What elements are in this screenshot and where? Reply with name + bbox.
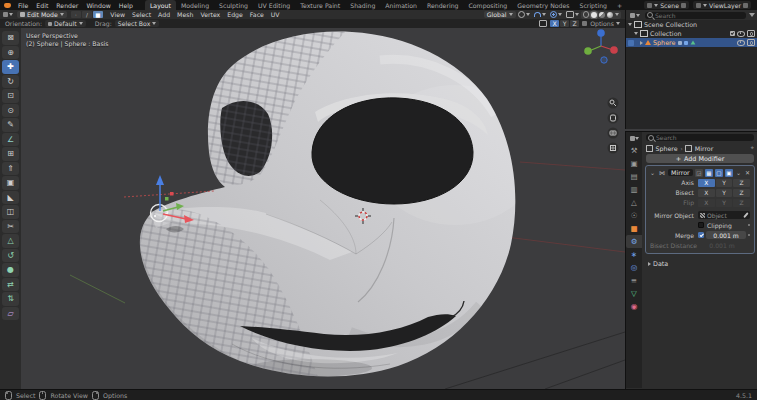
- snap-settings-icon[interactable]: [582, 21, 587, 26]
- gizmo-z-arrowhead[interactable]: [156, 175, 164, 185]
- bisect-x-button[interactable]: X: [698, 189, 715, 197]
- tool-inset-faces[interactable]: ▣: [2, 176, 19, 190]
- menu-uv[interactable]: UV: [267, 11, 283, 18]
- zoom-button[interactable]: [608, 98, 619, 109]
- menu-file[interactable]: File: [14, 2, 32, 9]
- material-preview-button[interactable]: [599, 12, 605, 18]
- flip-x-button[interactable]: X: [698, 199, 715, 207]
- tool-bevel[interactable]: ◣: [2, 191, 19, 205]
- animate-dot-icon[interactable]: [748, 234, 750, 236]
- breadcrumb-modifier[interactable]: Mirror: [695, 145, 714, 152]
- animate-dot-icon[interactable]: [748, 224, 750, 226]
- pin-icon[interactable]: ⌖: [750, 144, 754, 152]
- on-cage-toggle[interactable]: ◲: [695, 169, 703, 177]
- expand-icon[interactable]: [640, 41, 643, 45]
- wireframe-shading-button[interactable]: [583, 11, 590, 18]
- axis-y-button[interactable]: Y: [716, 179, 733, 187]
- outliner-row-collection[interactable]: Collection: [626, 29, 757, 38]
- tab-constraints[interactable]: ≡: [626, 274, 642, 287]
- menu-face[interactable]: Face: [246, 11, 267, 18]
- snap-button[interactable]: [534, 12, 546, 17]
- new-scene-icon[interactable]: [681, 3, 686, 8]
- tab-scene[interactable]: △: [626, 196, 642, 209]
- tab-shading[interactable]: Shading: [345, 0, 380, 10]
- axis-x-button[interactable]: X: [698, 179, 715, 187]
- scene-selector[interactable]: Scene: [644, 1, 689, 9]
- symmetry-x-button[interactable]: X: [550, 20, 559, 27]
- outliner-row-scene-collection[interactable]: Scene Collection: [626, 20, 757, 29]
- menu-vertex[interactable]: Vertex: [197, 11, 224, 18]
- axis-z-button[interactable]: Z: [733, 179, 750, 187]
- bisect-z-button[interactable]: Z: [733, 189, 750, 197]
- edge-select-button[interactable]: ∕: [82, 11, 92, 18]
- tool-spin[interactable]: ↺: [2, 249, 19, 263]
- outliner-search[interactable]: [645, 12, 746, 19]
- data-section-header[interactable]: Data: [642, 256, 757, 268]
- tab-rendering[interactable]: Rendering: [422, 0, 464, 10]
- expand-icon[interactable]: [628, 23, 632, 26]
- outliner-row-sphere[interactable]: Sphere: [626, 38, 757, 47]
- face-select-button[interactable]: ■: [93, 11, 103, 18]
- nav-axis-z[interactable]: [597, 29, 605, 37]
- disable-render-camera-icon[interactable]: [747, 30, 755, 37]
- menu-add[interactable]: Add: [155, 11, 174, 18]
- tool-transform[interactable]: ⊙: [2, 104, 19, 118]
- orientation-dropdown[interactable]: Default: [45, 20, 86, 27]
- tab-object[interactable]: ■: [626, 222, 642, 235]
- flip-y-button[interactable]: Y: [716, 199, 733, 207]
- tab-output[interactable]: ▤: [626, 170, 642, 183]
- add-workspace-button[interactable]: +: [612, 0, 627, 10]
- bisect-y-button[interactable]: Y: [716, 189, 733, 197]
- rendered-shading-button[interactable]: [607, 12, 613, 18]
- tool-shrink-fatten[interactable]: ⇅: [2, 292, 19, 306]
- expand-icon[interactable]: [634, 32, 638, 35]
- add-modifier-button[interactable]: + Add Modifier: [646, 154, 754, 163]
- disable-render-camera-icon[interactable]: [747, 39, 755, 46]
- pivot-point-button[interactable]: [518, 11, 530, 18]
- realtime-toggle[interactable]: ▢: [715, 169, 723, 177]
- editor-type-button[interactable]: [3, 12, 13, 17]
- tool-add-cube[interactable]: ⊞: [2, 147, 19, 161]
- tab-material[interactable]: ◉: [626, 300, 642, 313]
- clipping-checkbox[interactable]: [698, 222, 704, 228]
- tool-select-box[interactable]: ⊠: [2, 31, 19, 45]
- outliner-search-input[interactable]: [655, 12, 744, 19]
- tab-texture-paint[interactable]: Texture Paint: [295, 0, 345, 10]
- vertex-select-button[interactable]: ·: [71, 11, 81, 18]
- tool-poly-build[interactable]: △: [2, 234, 19, 248]
- menu-render[interactable]: Render: [52, 2, 82, 9]
- tab-view-layer[interactable]: ▥: [626, 183, 642, 196]
- nav-axis-y[interactable]: [584, 47, 592, 55]
- gizmo-plane-x[interactable]: [170, 192, 174, 196]
- bisect-distance-field[interactable]: 0.001 m: [698, 241, 746, 249]
- eyedropper-icon[interactable]: [743, 212, 748, 218]
- properties-editor-type-button[interactable]: [626, 132, 642, 144]
- solid-shading-button[interactable]: [591, 12, 597, 18]
- mirror-icon[interactable]: [539, 20, 547, 27]
- mirror-object-field[interactable]: Object: [698, 211, 750, 219]
- perspective-toggle-button[interactable]: [608, 143, 619, 154]
- tool-extrude-region[interactable]: ⇑: [2, 162, 19, 176]
- tab-scripting[interactable]: Scripting: [575, 0, 613, 10]
- merge-checkbox[interactable]: [698, 232, 704, 238]
- breadcrumb-object[interactable]: Sphere: [656, 145, 678, 152]
- tool-shear[interactable]: ▱: [2, 307, 19, 321]
- right-eye-socket[interactable]: [312, 98, 473, 204]
- tab-physics[interactable]: ◎: [626, 261, 642, 274]
- overlays-button[interactable]: [566, 11, 579, 18]
- merge-value-field[interactable]: 0.001 m: [706, 231, 746, 239]
- filter-funnel-icon[interactable]: [749, 13, 755, 17]
- nav-gizmo[interactable]: [584, 29, 618, 63]
- menu-view[interactable]: View: [107, 11, 129, 18]
- view-layer-selector[interactable]: ViewLayer: [693, 1, 751, 9]
- tool-cursor[interactable]: ⊕: [2, 46, 19, 60]
- tab-object-data[interactable]: ▽: [626, 287, 642, 300]
- menu-window[interactable]: Window: [82, 2, 114, 9]
- tab-tool[interactable]: ⚒: [626, 144, 642, 157]
- render-toggle[interactable]: ▣: [725, 169, 733, 177]
- tab-particles[interactable]: ∗: [626, 248, 642, 261]
- tool-loop-cut[interactable]: ◫: [2, 205, 19, 219]
- tab-animation[interactable]: Animation: [380, 0, 422, 10]
- mode-dropdown[interactable]: Edit Mode: [17, 11, 67, 18]
- close-icon[interactable]: ✕: [744, 169, 751, 176]
